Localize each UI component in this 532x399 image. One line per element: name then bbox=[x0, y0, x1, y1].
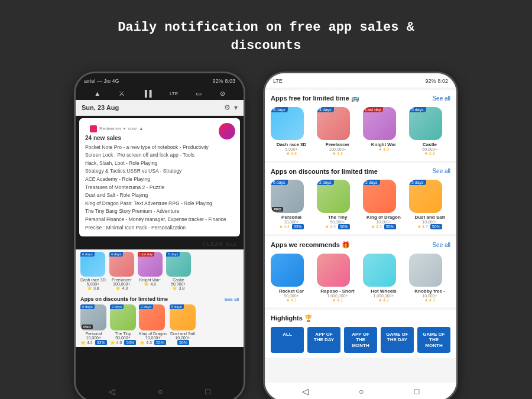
phones-container: airtel — Jio 4G 92% 8:03 ▲ ⚔ ▐▐ LTE ▭ ⊘ … bbox=[0, 72, 532, 399]
dot-sep bbox=[124, 128, 125, 129]
left-carrier: airtel — Jio 4G bbox=[84, 78, 119, 84]
right-app-freelancer[interactable]: 4 days Freelancer 100,000+ ★ 4.3 bbox=[317, 107, 358, 156]
right-rocket[interactable]: Rocket Car 50,000+ ★ 4.1 bbox=[271, 254, 312, 303]
right-raposo-rating: ★ 4.1 bbox=[317, 298, 358, 303]
right-phone-scroll[interactable]: Apps free for limited time 🚌 See all 6 d… bbox=[265, 87, 456, 382]
tab-app-month[interactable]: APP OF THE MONTH bbox=[344, 327, 377, 353]
right-tiny-dl: 50,000+ bbox=[317, 220, 358, 224]
right-app-dash[interactable]: 6 days Dash race 3D 5,000+ ★ 3.8 bbox=[271, 107, 312, 156]
left-discount-header: Apps on discounts for limited time See a… bbox=[80, 296, 239, 302]
left-app-freelancer[interactable]: 4 days Freelancer 100,000+ ⭐ 4.3 bbox=[109, 252, 134, 291]
chevron-icon[interactable] bbox=[234, 103, 238, 112]
right-tiny-rating: ★ 4.0 50% bbox=[317, 224, 358, 229]
back-button-left[interactable]: ◁ bbox=[109, 387, 115, 396]
left-disc-personal[interactable]: 6 days PRO Personal 10,000+ ⭐ 4.4 33% bbox=[80, 304, 107, 345]
right-dust-days: 5 days bbox=[409, 180, 426, 185]
right-rocket-dl: 50,000+ bbox=[271, 294, 312, 298]
right-knobby[interactable]: Knobby free - 10,000+ ★ 4.3 bbox=[409, 254, 450, 303]
right-dash-name: Dash race 3D bbox=[271, 142, 312, 147]
right-fl-dl: 100,000+ bbox=[317, 147, 358, 151]
left-app-castle[interactable]: 5 days Castle 50,000+ ⭐ 3.8 bbox=[166, 252, 191, 291]
notification-date: Sun, 23 Aug bbox=[82, 104, 119, 111]
left-time: 8:03 bbox=[225, 78, 235, 84]
notif-item-8: King of Dragon Pass: Text Adventure RPG … bbox=[85, 200, 234, 208]
right-app-knight[interactable]: Last day Knight War ★ 4.0 bbox=[363, 107, 404, 156]
disc-rating-4: 50% bbox=[170, 340, 196, 345]
right-kw-days: Last day bbox=[363, 107, 383, 112]
left-disc-dust[interactable]: 5 days Dust and Salt 10,000+ 50% bbox=[170, 304, 196, 345]
left-disc-tiny[interactable]: 2 days The Tiny 50,000+ ⭐ 4.0 50% bbox=[110, 304, 137, 345]
left-phone-scroll[interactable]: Sun, 23 Aug Redeemer now ▲ 24 new sales bbox=[76, 100, 244, 394]
recent-button-left[interactable]: □ bbox=[206, 387, 210, 396]
left-app-dash-rating: ⭐ 3.8 bbox=[80, 286, 106, 291]
left-discount-see-all[interactable]: See all bbox=[225, 297, 239, 302]
right-dust-pct: 50% bbox=[430, 224, 442, 229]
right-kw-name: Knight War bbox=[363, 142, 404, 147]
right-disc-personal[interactable]: 6 days PRO Personal 10,000+ ★ 4.4 33% bbox=[271, 180, 312, 229]
right-free-see-all[interactable]: See all bbox=[432, 95, 450, 102]
right-tiny-pct: 50% bbox=[338, 224, 350, 229]
right-hw-dl: 1,000,000+ bbox=[363, 294, 404, 298]
right-kw-rating: ★ 4.0 bbox=[363, 147, 404, 152]
left-phone: airtel — Jio 4G 92% 8:03 ▲ ⚔ ▐▐ LTE ▭ ⊘ … bbox=[74, 72, 245, 399]
right-personal-name: Personal bbox=[271, 215, 312, 220]
right-free-header: Apps free for limited time 🚌 See all bbox=[271, 95, 450, 102]
right-disc-tiny[interactable]: 2 days The Tiny 50,000+ ★ 4.0 50% bbox=[317, 180, 358, 229]
right-disc-king[interactable]: 2 days King of Dragon 10,000+ ★ 4.3 55% bbox=[363, 180, 404, 229]
right-carrier: LTE bbox=[273, 78, 283, 84]
left-app-knight[interactable]: Last day Knight War: ⭐ 4.0 bbox=[138, 252, 163, 291]
left-app-dash[interactable]: 6 days Dash race 3D 5,000+ ⭐ 3.8 bbox=[80, 252, 106, 291]
tab-app-day[interactable]: APP OF THE DAY bbox=[307, 327, 340, 353]
left-app-freelancer-name: Freelancer bbox=[109, 278, 134, 282]
disc-dl-2: 50,000+ bbox=[110, 336, 137, 340]
right-king-rating: ★ 4.3 55% bbox=[363, 224, 404, 229]
right-raposo-name: Raposo - Short bbox=[317, 288, 358, 294]
tab-game-day[interactable]: GAME OF THE DAY bbox=[381, 327, 414, 353]
tab-all[interactable]: ALL bbox=[271, 327, 304, 353]
right-castle-days: 5 days bbox=[409, 107, 426, 112]
disc-rating-2: ⭐ 4.0 50% bbox=[110, 340, 137, 345]
right-free-apps-section: Apps free for limited time 🚌 See all 6 d… bbox=[265, 90, 456, 161]
left-disc-king[interactable]: 2 days King of Dragon 10,000+ ⭐ 4.3 55% bbox=[139, 304, 167, 345]
home-button-right[interactable]: ○ bbox=[359, 387, 364, 396]
right-castle-dl: 50,000+ bbox=[409, 147, 450, 151]
home-button-left[interactable]: ○ bbox=[158, 387, 163, 396]
right-castle-rating: ★ 3.8 bbox=[409, 151, 450, 156]
right-hotwheels[interactable]: Hot Wheels 1,000,000+ ★ 4.2 bbox=[363, 254, 404, 303]
tab-game-month[interactable]: GAME OF THE MONTH bbox=[417, 327, 450, 353]
recent-button-right[interactable]: □ bbox=[414, 387, 419, 396]
notif-item-11: Precise : Minimal Icon Pack - Personaliz… bbox=[85, 224, 234, 232]
lte-icon: LTE bbox=[170, 91, 178, 96]
right-rec-header: Apps we recommends 🎁 See all bbox=[271, 241, 450, 249]
right-free-apps-row: 6 days Dash race 3D 5,000+ ★ 3.8 4 days … bbox=[271, 107, 450, 156]
right-fl-rating: ★ 4.3 bbox=[317, 151, 358, 156]
right-app-castle[interactable]: 5 days Castle 50,000+ ★ 3.8 bbox=[409, 107, 450, 156]
right-raposo[interactable]: Raposo - Short 1,000,000+ ★ 4.1 bbox=[317, 254, 358, 303]
notif-item-6: Treasures of Montezuma 2 - Puzzle bbox=[85, 184, 234, 192]
right-personal-days: 6 days bbox=[271, 180, 288, 185]
disc-days-1: 6 days bbox=[80, 304, 95, 309]
day-badge-2: 4 days bbox=[109, 252, 124, 257]
redeemer-name: Redeemer bbox=[99, 126, 121, 131]
left-battery: 92% bbox=[212, 78, 223, 84]
right-fl-days: 4 days bbox=[317, 107, 334, 112]
disc-name-1: Personal bbox=[80, 332, 107, 336]
right-tiny-days: 2 days bbox=[317, 180, 334, 185]
right-king-pct: 55% bbox=[384, 224, 396, 229]
arrow-icon: ▲ bbox=[139, 126, 144, 131]
disc-name-3: King of Dragon bbox=[139, 332, 167, 336]
right-disc-see-all[interactable]: See all bbox=[432, 168, 450, 174]
right-disc-dust[interactable]: 5 days Dust and Salt 10,000+ ★ 4.7 50% bbox=[409, 180, 450, 229]
disc-dl-4: 10,000+ bbox=[170, 336, 196, 340]
right-bottom-nav: ◁ ○ □ bbox=[265, 382, 456, 399]
disc-pct-4: 50% bbox=[177, 340, 189, 345]
notification-date-row: Sun, 23 Aug bbox=[76, 100, 244, 116]
left-app-castle-name: Castle bbox=[166, 278, 191, 282]
back-button-right[interactable]: ◁ bbox=[302, 387, 309, 396]
right-rec-see-all[interactable]: See all bbox=[432, 242, 450, 248]
disc-rating-3: ⭐ 4.3 55% bbox=[139, 340, 167, 345]
notif-item-2: Screen Lock : Pro screen off and lock ap… bbox=[85, 151, 234, 160]
gear-icon[interactable] bbox=[224, 103, 231, 112]
clear-all-button[interactable]: CLEAR ALL bbox=[76, 239, 244, 249]
right-discount-section: Apps on discounts for limited time See a… bbox=[265, 163, 456, 234]
